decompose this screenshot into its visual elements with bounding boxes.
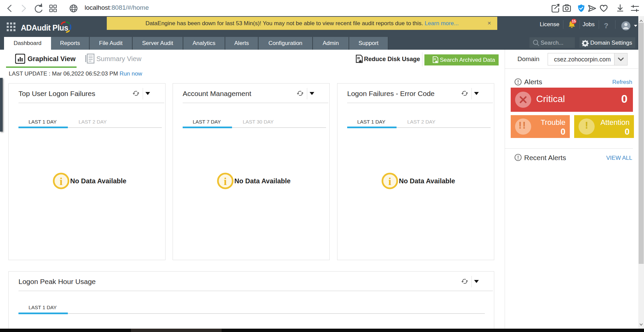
svg-text:i: i <box>224 175 227 187</box>
svg-text:i: i <box>388 175 392 187</box>
svg-text:i: i <box>60 175 63 187</box>
